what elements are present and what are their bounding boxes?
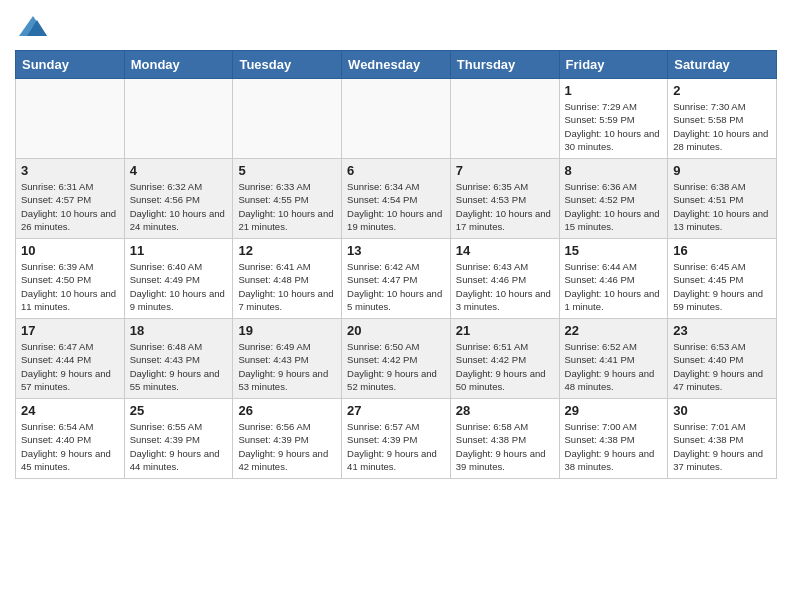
calendar-cell: 6Sunrise: 6:34 AM Sunset: 4:54 PM Daylig…	[342, 159, 451, 239]
cell-info: Sunrise: 6:32 AM Sunset: 4:56 PM Dayligh…	[130, 180, 228, 233]
cell-info: Sunrise: 6:41 AM Sunset: 4:48 PM Dayligh…	[238, 260, 336, 313]
calendar-cell: 13Sunrise: 6:42 AM Sunset: 4:47 PM Dayli…	[342, 239, 451, 319]
calendar-body: 1Sunrise: 7:29 AM Sunset: 5:59 PM Daylig…	[16, 79, 777, 479]
day-number: 5	[238, 163, 336, 178]
cell-info: Sunrise: 7:00 AM Sunset: 4:38 PM Dayligh…	[565, 420, 663, 473]
calendar-cell: 14Sunrise: 6:43 AM Sunset: 4:46 PM Dayli…	[450, 239, 559, 319]
cell-info: Sunrise: 6:50 AM Sunset: 4:42 PM Dayligh…	[347, 340, 445, 393]
day-number: 13	[347, 243, 445, 258]
day-number: 27	[347, 403, 445, 418]
cell-info: Sunrise: 7:01 AM Sunset: 4:38 PM Dayligh…	[673, 420, 771, 473]
cell-info: Sunrise: 7:29 AM Sunset: 5:59 PM Dayligh…	[565, 100, 663, 153]
day-number: 24	[21, 403, 119, 418]
day-number: 18	[130, 323, 228, 338]
cell-info: Sunrise: 6:55 AM Sunset: 4:39 PM Dayligh…	[130, 420, 228, 473]
day-number: 8	[565, 163, 663, 178]
cell-info: Sunrise: 6:48 AM Sunset: 4:43 PM Dayligh…	[130, 340, 228, 393]
calendar-header-row: SundayMondayTuesdayWednesdayThursdayFrid…	[16, 51, 777, 79]
page-header	[15, 10, 777, 42]
day-header-saturday: Saturday	[668, 51, 777, 79]
cell-info: Sunrise: 6:38 AM Sunset: 4:51 PM Dayligh…	[673, 180, 771, 233]
calendar-week-2: 10Sunrise: 6:39 AM Sunset: 4:50 PM Dayli…	[16, 239, 777, 319]
cell-info: Sunrise: 6:53 AM Sunset: 4:40 PM Dayligh…	[673, 340, 771, 393]
day-number: 23	[673, 323, 771, 338]
calendar-cell: 5Sunrise: 6:33 AM Sunset: 4:55 PM Daylig…	[233, 159, 342, 239]
day-number: 6	[347, 163, 445, 178]
day-number: 28	[456, 403, 554, 418]
cell-info: Sunrise: 6:45 AM Sunset: 4:45 PM Dayligh…	[673, 260, 771, 313]
calendar-cell: 22Sunrise: 6:52 AM Sunset: 4:41 PM Dayli…	[559, 319, 668, 399]
cell-info: Sunrise: 6:31 AM Sunset: 4:57 PM Dayligh…	[21, 180, 119, 233]
calendar-cell: 10Sunrise: 6:39 AM Sunset: 4:50 PM Dayli…	[16, 239, 125, 319]
calendar-cell: 11Sunrise: 6:40 AM Sunset: 4:49 PM Dayli…	[124, 239, 233, 319]
day-number: 14	[456, 243, 554, 258]
day-number: 26	[238, 403, 336, 418]
day-number: 25	[130, 403, 228, 418]
day-number: 22	[565, 323, 663, 338]
cell-info: Sunrise: 7:30 AM Sunset: 5:58 PM Dayligh…	[673, 100, 771, 153]
day-number: 1	[565, 83, 663, 98]
calendar-cell	[450, 79, 559, 159]
day-number: 9	[673, 163, 771, 178]
logo	[15, 14, 49, 42]
calendar-cell: 12Sunrise: 6:41 AM Sunset: 4:48 PM Dayli…	[233, 239, 342, 319]
calendar-cell: 26Sunrise: 6:56 AM Sunset: 4:39 PM Dayli…	[233, 399, 342, 479]
calendar-cell: 29Sunrise: 7:00 AM Sunset: 4:38 PM Dayli…	[559, 399, 668, 479]
day-number: 21	[456, 323, 554, 338]
calendar-cell: 19Sunrise: 6:49 AM Sunset: 4:43 PM Dayli…	[233, 319, 342, 399]
calendar-cell: 30Sunrise: 7:01 AM Sunset: 4:38 PM Dayli…	[668, 399, 777, 479]
cell-info: Sunrise: 6:35 AM Sunset: 4:53 PM Dayligh…	[456, 180, 554, 233]
day-number: 15	[565, 243, 663, 258]
day-number: 11	[130, 243, 228, 258]
calendar-cell: 24Sunrise: 6:54 AM Sunset: 4:40 PM Dayli…	[16, 399, 125, 479]
day-header-thursday: Thursday	[450, 51, 559, 79]
calendar-cell: 16Sunrise: 6:45 AM Sunset: 4:45 PM Dayli…	[668, 239, 777, 319]
calendar-week-0: 1Sunrise: 7:29 AM Sunset: 5:59 PM Daylig…	[16, 79, 777, 159]
day-number: 10	[21, 243, 119, 258]
calendar-cell: 7Sunrise: 6:35 AM Sunset: 4:53 PM Daylig…	[450, 159, 559, 239]
day-number: 12	[238, 243, 336, 258]
calendar-cell: 23Sunrise: 6:53 AM Sunset: 4:40 PM Dayli…	[668, 319, 777, 399]
calendar-cell: 20Sunrise: 6:50 AM Sunset: 4:42 PM Dayli…	[342, 319, 451, 399]
cell-info: Sunrise: 6:40 AM Sunset: 4:49 PM Dayligh…	[130, 260, 228, 313]
day-header-wednesday: Wednesday	[342, 51, 451, 79]
day-header-sunday: Sunday	[16, 51, 125, 79]
cell-info: Sunrise: 6:52 AM Sunset: 4:41 PM Dayligh…	[565, 340, 663, 393]
day-header-monday: Monday	[124, 51, 233, 79]
day-number: 7	[456, 163, 554, 178]
day-number: 30	[673, 403, 771, 418]
calendar-cell: 21Sunrise: 6:51 AM Sunset: 4:42 PM Dayli…	[450, 319, 559, 399]
day-number: 29	[565, 403, 663, 418]
cell-info: Sunrise: 6:57 AM Sunset: 4:39 PM Dayligh…	[347, 420, 445, 473]
calendar-cell: 27Sunrise: 6:57 AM Sunset: 4:39 PM Dayli…	[342, 399, 451, 479]
calendar-cell	[16, 79, 125, 159]
cell-info: Sunrise: 6:44 AM Sunset: 4:46 PM Dayligh…	[565, 260, 663, 313]
calendar-table: SundayMondayTuesdayWednesdayThursdayFrid…	[15, 50, 777, 479]
day-header-friday: Friday	[559, 51, 668, 79]
cell-info: Sunrise: 6:34 AM Sunset: 4:54 PM Dayligh…	[347, 180, 445, 233]
cell-info: Sunrise: 6:51 AM Sunset: 4:42 PM Dayligh…	[456, 340, 554, 393]
calendar-cell: 25Sunrise: 6:55 AM Sunset: 4:39 PM Dayli…	[124, 399, 233, 479]
cell-info: Sunrise: 6:58 AM Sunset: 4:38 PM Dayligh…	[456, 420, 554, 473]
day-number: 2	[673, 83, 771, 98]
day-number: 4	[130, 163, 228, 178]
calendar-cell	[233, 79, 342, 159]
day-header-tuesday: Tuesday	[233, 51, 342, 79]
calendar-cell	[124, 79, 233, 159]
calendar-cell: 17Sunrise: 6:47 AM Sunset: 4:44 PM Dayli…	[16, 319, 125, 399]
day-number: 3	[21, 163, 119, 178]
calendar-cell: 15Sunrise: 6:44 AM Sunset: 4:46 PM Dayli…	[559, 239, 668, 319]
calendar-cell: 9Sunrise: 6:38 AM Sunset: 4:51 PM Daylig…	[668, 159, 777, 239]
cell-info: Sunrise: 6:56 AM Sunset: 4:39 PM Dayligh…	[238, 420, 336, 473]
day-number: 16	[673, 243, 771, 258]
day-number: 20	[347, 323, 445, 338]
cell-info: Sunrise: 6:43 AM Sunset: 4:46 PM Dayligh…	[456, 260, 554, 313]
calendar-cell: 8Sunrise: 6:36 AM Sunset: 4:52 PM Daylig…	[559, 159, 668, 239]
calendar-cell	[342, 79, 451, 159]
cell-info: Sunrise: 6:39 AM Sunset: 4:50 PM Dayligh…	[21, 260, 119, 313]
logo-icon	[17, 14, 49, 42]
calendar-cell: 1Sunrise: 7:29 AM Sunset: 5:59 PM Daylig…	[559, 79, 668, 159]
cell-info: Sunrise: 6:47 AM Sunset: 4:44 PM Dayligh…	[21, 340, 119, 393]
day-number: 17	[21, 323, 119, 338]
cell-info: Sunrise: 6:33 AM Sunset: 4:55 PM Dayligh…	[238, 180, 336, 233]
